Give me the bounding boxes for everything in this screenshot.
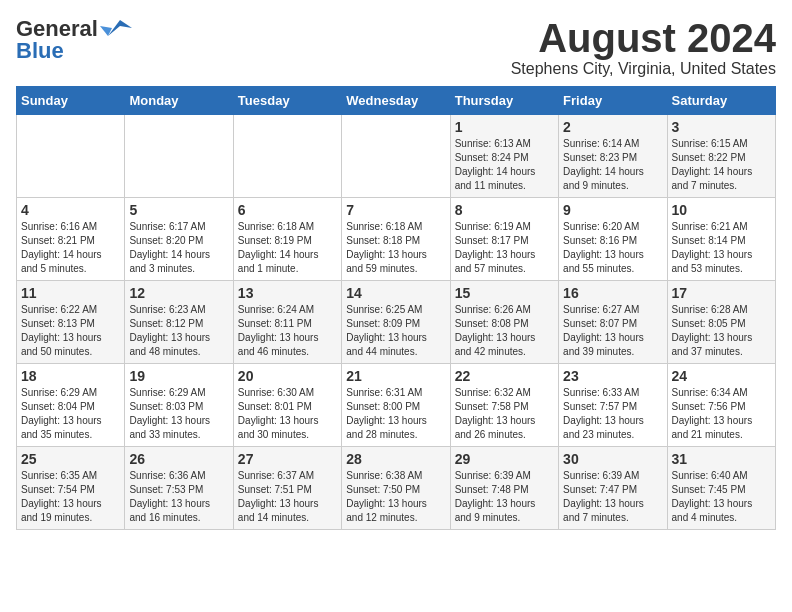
calendar-cell xyxy=(17,115,125,198)
calendar-cell: 18Sunrise: 6:29 AM Sunset: 8:04 PM Dayli… xyxy=(17,364,125,447)
day-info: Sunrise: 6:13 AM Sunset: 8:24 PM Dayligh… xyxy=(455,137,554,193)
day-number: 31 xyxy=(672,451,771,467)
day-info: Sunrise: 6:18 AM Sunset: 8:19 PM Dayligh… xyxy=(238,220,337,276)
calendar-cell: 28Sunrise: 6:38 AM Sunset: 7:50 PM Dayli… xyxy=(342,447,450,530)
day-number: 9 xyxy=(563,202,662,218)
day-info: Sunrise: 6:17 AM Sunset: 8:20 PM Dayligh… xyxy=(129,220,228,276)
calendar-week-row: 1Sunrise: 6:13 AM Sunset: 8:24 PM Daylig… xyxy=(17,115,776,198)
day-number: 6 xyxy=(238,202,337,218)
day-number: 28 xyxy=(346,451,445,467)
day-number: 4 xyxy=(21,202,120,218)
calendar-cell: 4Sunrise: 6:16 AM Sunset: 8:21 PM Daylig… xyxy=(17,198,125,281)
calendar-cell: 31Sunrise: 6:40 AM Sunset: 7:45 PM Dayli… xyxy=(667,447,775,530)
calendar-cell: 20Sunrise: 6:30 AM Sunset: 8:01 PM Dayli… xyxy=(233,364,341,447)
day-number: 5 xyxy=(129,202,228,218)
day-number: 27 xyxy=(238,451,337,467)
header-day-saturday: Saturday xyxy=(667,87,775,115)
day-info: Sunrise: 6:39 AM Sunset: 7:48 PM Dayligh… xyxy=(455,469,554,525)
calendar-cell: 16Sunrise: 6:27 AM Sunset: 8:07 PM Dayli… xyxy=(559,281,667,364)
calendar-cell: 10Sunrise: 6:21 AM Sunset: 8:14 PM Dayli… xyxy=(667,198,775,281)
day-number: 18 xyxy=(21,368,120,384)
day-info: Sunrise: 6:18 AM Sunset: 8:18 PM Dayligh… xyxy=(346,220,445,276)
day-info: Sunrise: 6:22 AM Sunset: 8:13 PM Dayligh… xyxy=(21,303,120,359)
calendar-cell: 8Sunrise: 6:19 AM Sunset: 8:17 PM Daylig… xyxy=(450,198,558,281)
calendar-cell: 30Sunrise: 6:39 AM Sunset: 7:47 PM Dayli… xyxy=(559,447,667,530)
day-info: Sunrise: 6:28 AM Sunset: 8:05 PM Dayligh… xyxy=(672,303,771,359)
calendar-cell: 15Sunrise: 6:26 AM Sunset: 8:08 PM Dayli… xyxy=(450,281,558,364)
day-number: 14 xyxy=(346,285,445,301)
calendar-cell: 22Sunrise: 6:32 AM Sunset: 7:58 PM Dayli… xyxy=(450,364,558,447)
day-info: Sunrise: 6:15 AM Sunset: 8:22 PM Dayligh… xyxy=(672,137,771,193)
header: General Blue August 2024 Stephens City, … xyxy=(16,16,776,78)
calendar-week-row: 25Sunrise: 6:35 AM Sunset: 7:54 PM Dayli… xyxy=(17,447,776,530)
calendar-cell: 29Sunrise: 6:39 AM Sunset: 7:48 PM Dayli… xyxy=(450,447,558,530)
calendar-header-row: SundayMondayTuesdayWednesdayThursdayFrid… xyxy=(17,87,776,115)
day-info: Sunrise: 6:29 AM Sunset: 8:03 PM Dayligh… xyxy=(129,386,228,442)
day-number: 10 xyxy=(672,202,771,218)
header-day-tuesday: Tuesday xyxy=(233,87,341,115)
day-number: 12 xyxy=(129,285,228,301)
calendar-cell xyxy=(233,115,341,198)
day-info: Sunrise: 6:33 AM Sunset: 7:57 PM Dayligh… xyxy=(563,386,662,442)
calendar-cell: 23Sunrise: 6:33 AM Sunset: 7:57 PM Dayli… xyxy=(559,364,667,447)
day-number: 26 xyxy=(129,451,228,467)
day-info: Sunrise: 6:20 AM Sunset: 8:16 PM Dayligh… xyxy=(563,220,662,276)
svg-marker-1 xyxy=(100,26,112,36)
day-info: Sunrise: 6:39 AM Sunset: 7:47 PM Dayligh… xyxy=(563,469,662,525)
day-number: 24 xyxy=(672,368,771,384)
day-number: 25 xyxy=(21,451,120,467)
day-info: Sunrise: 6:16 AM Sunset: 8:21 PM Dayligh… xyxy=(21,220,120,276)
day-number: 30 xyxy=(563,451,662,467)
day-info: Sunrise: 6:25 AM Sunset: 8:09 PM Dayligh… xyxy=(346,303,445,359)
day-info: Sunrise: 6:35 AM Sunset: 7:54 PM Dayligh… xyxy=(21,469,120,525)
calendar-week-row: 11Sunrise: 6:22 AM Sunset: 8:13 PM Dayli… xyxy=(17,281,776,364)
day-info: Sunrise: 6:21 AM Sunset: 8:14 PM Dayligh… xyxy=(672,220,771,276)
title-area: August 2024 Stephens City, Virginia, Uni… xyxy=(511,16,776,78)
day-number: 29 xyxy=(455,451,554,467)
day-number: 16 xyxy=(563,285,662,301)
calendar-cell: 19Sunrise: 6:29 AM Sunset: 8:03 PM Dayli… xyxy=(125,364,233,447)
day-number: 13 xyxy=(238,285,337,301)
logo-blue: Blue xyxy=(16,38,64,64)
calendar-cell: 11Sunrise: 6:22 AM Sunset: 8:13 PM Dayli… xyxy=(17,281,125,364)
day-info: Sunrise: 6:40 AM Sunset: 7:45 PM Dayligh… xyxy=(672,469,771,525)
day-number: 3 xyxy=(672,119,771,135)
day-info: Sunrise: 6:29 AM Sunset: 8:04 PM Dayligh… xyxy=(21,386,120,442)
day-info: Sunrise: 6:27 AM Sunset: 8:07 PM Dayligh… xyxy=(563,303,662,359)
day-info: Sunrise: 6:19 AM Sunset: 8:17 PM Dayligh… xyxy=(455,220,554,276)
logo: General Blue xyxy=(16,16,132,64)
calendar-cell: 25Sunrise: 6:35 AM Sunset: 7:54 PM Dayli… xyxy=(17,447,125,530)
day-info: Sunrise: 6:23 AM Sunset: 8:12 PM Dayligh… xyxy=(129,303,228,359)
day-info: Sunrise: 6:36 AM Sunset: 7:53 PM Dayligh… xyxy=(129,469,228,525)
calendar-cell: 2Sunrise: 6:14 AM Sunset: 8:23 PM Daylig… xyxy=(559,115,667,198)
calendar-cell: 17Sunrise: 6:28 AM Sunset: 8:05 PM Dayli… xyxy=(667,281,775,364)
day-number: 20 xyxy=(238,368,337,384)
calendar-cell: 5Sunrise: 6:17 AM Sunset: 8:20 PM Daylig… xyxy=(125,198,233,281)
calendar-cell: 6Sunrise: 6:18 AM Sunset: 8:19 PM Daylig… xyxy=(233,198,341,281)
day-info: Sunrise: 6:30 AM Sunset: 8:01 PM Dayligh… xyxy=(238,386,337,442)
day-info: Sunrise: 6:14 AM Sunset: 8:23 PM Dayligh… xyxy=(563,137,662,193)
calendar-cell xyxy=(125,115,233,198)
day-info: Sunrise: 6:31 AM Sunset: 8:00 PM Dayligh… xyxy=(346,386,445,442)
day-number: 2 xyxy=(563,119,662,135)
location-title: Stephens City, Virginia, United States xyxy=(511,60,776,78)
header-day-thursday: Thursday xyxy=(450,87,558,115)
calendar-cell: 7Sunrise: 6:18 AM Sunset: 8:18 PM Daylig… xyxy=(342,198,450,281)
calendar-cell: 1Sunrise: 6:13 AM Sunset: 8:24 PM Daylig… xyxy=(450,115,558,198)
day-number: 22 xyxy=(455,368,554,384)
calendar-week-row: 18Sunrise: 6:29 AM Sunset: 8:04 PM Dayli… xyxy=(17,364,776,447)
day-info: Sunrise: 6:32 AM Sunset: 7:58 PM Dayligh… xyxy=(455,386,554,442)
day-number: 17 xyxy=(672,285,771,301)
calendar-cell: 9Sunrise: 6:20 AM Sunset: 8:16 PM Daylig… xyxy=(559,198,667,281)
day-info: Sunrise: 6:24 AM Sunset: 8:11 PM Dayligh… xyxy=(238,303,337,359)
calendar-cell: 13Sunrise: 6:24 AM Sunset: 8:11 PM Dayli… xyxy=(233,281,341,364)
day-info: Sunrise: 6:26 AM Sunset: 8:08 PM Dayligh… xyxy=(455,303,554,359)
day-number: 21 xyxy=(346,368,445,384)
calendar-cell: 24Sunrise: 6:34 AM Sunset: 7:56 PM Dayli… xyxy=(667,364,775,447)
day-info: Sunrise: 6:34 AM Sunset: 7:56 PM Dayligh… xyxy=(672,386,771,442)
calendar-cell: 26Sunrise: 6:36 AM Sunset: 7:53 PM Dayli… xyxy=(125,447,233,530)
header-day-wednesday: Wednesday xyxy=(342,87,450,115)
calendar-table: SundayMondayTuesdayWednesdayThursdayFrid… xyxy=(16,86,776,530)
day-number: 8 xyxy=(455,202,554,218)
calendar-cell: 12Sunrise: 6:23 AM Sunset: 8:12 PM Dayli… xyxy=(125,281,233,364)
